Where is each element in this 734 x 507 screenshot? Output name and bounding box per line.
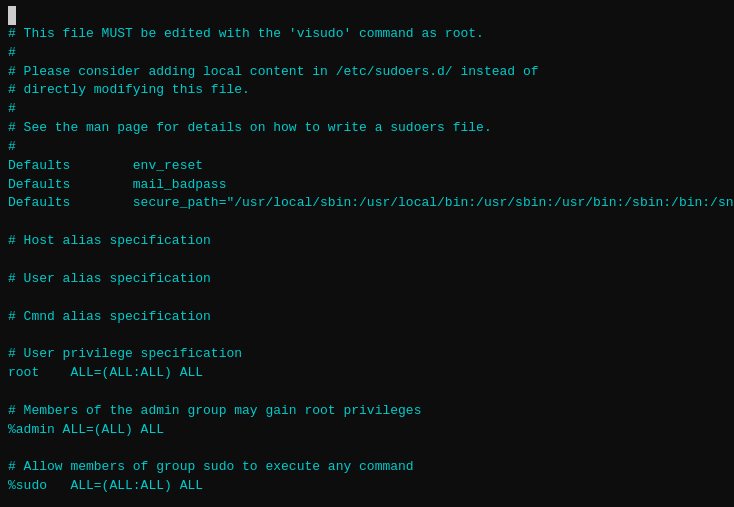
terminal-line-9: Defaults mail_badpass bbox=[8, 176, 726, 195]
terminal-line-25: %sudo ALL=(ALL:ALL) ALL bbox=[8, 477, 726, 496]
terminal: # This file MUST be edited with the 'vis… bbox=[0, 0, 734, 507]
terminal-line-10: Defaults secure_path="/usr/local/sbin:/u… bbox=[8, 194, 726, 213]
terminal-line-14: # User alias specification bbox=[8, 270, 726, 289]
terminal-line-6: # See the man page for details on how to… bbox=[8, 119, 726, 138]
terminal-line-1: # This file MUST be edited with the 'vis… bbox=[8, 25, 726, 44]
terminal-line-15 bbox=[8, 289, 726, 308]
terminal-line-13 bbox=[8, 251, 726, 270]
terminal-line-24: # Allow members of group sudo to execute… bbox=[8, 458, 726, 477]
terminal-line-20 bbox=[8, 383, 726, 402]
terminal-line-26 bbox=[8, 496, 726, 507]
cursor bbox=[8, 6, 16, 25]
terminal-line-23 bbox=[8, 439, 726, 458]
terminal-line-7: # bbox=[8, 138, 726, 157]
terminal-line-22: %admin ALL=(ALL) ALL bbox=[8, 421, 726, 440]
terminal-line-21: # Members of the admin group may gain ro… bbox=[8, 402, 726, 421]
terminal-line-16: # Cmnd alias specification bbox=[8, 308, 726, 327]
terminal-line-19: root ALL=(ALL:ALL) ALL bbox=[8, 364, 726, 383]
terminal-line-8: Defaults env_reset bbox=[8, 157, 726, 176]
terminal-line-12: # Host alias specification bbox=[8, 232, 726, 251]
terminal-line-17 bbox=[8, 326, 726, 345]
terminal-line-2: # bbox=[8, 44, 726, 63]
terminal-line-4: # directly modifying this file. bbox=[8, 81, 726, 100]
terminal-line-5: # bbox=[8, 100, 726, 119]
terminal-line-11 bbox=[8, 213, 726, 232]
terminal-line-3: # Please consider adding local content i… bbox=[8, 63, 726, 82]
terminal-line-18: # User privilege specification bbox=[8, 345, 726, 364]
terminal-line-0 bbox=[8, 6, 726, 25]
